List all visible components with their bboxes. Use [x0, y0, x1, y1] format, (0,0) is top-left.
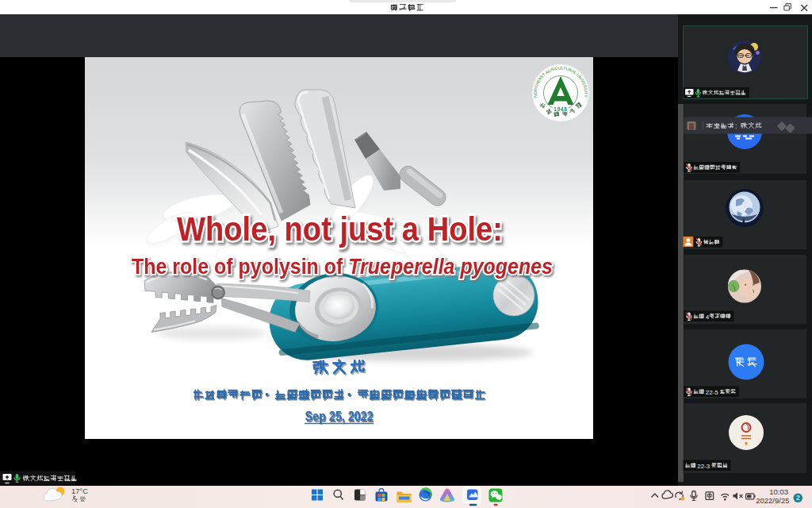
svg-text:10:03: 10:03: [769, 487, 788, 496]
svg-text:17°C: 17°C: [71, 487, 88, 495]
svg-text:2022/9/25: 2022/9/25: [756, 496, 789, 505]
svg-text:22-5: 22-5: [706, 389, 719, 396]
svg-text::: :: [735, 122, 737, 130]
svg-text:2: 2: [796, 494, 800, 502]
svg-text:22-3: 22-3: [697, 463, 710, 470]
svg-text:4: 4: [706, 314, 710, 321]
